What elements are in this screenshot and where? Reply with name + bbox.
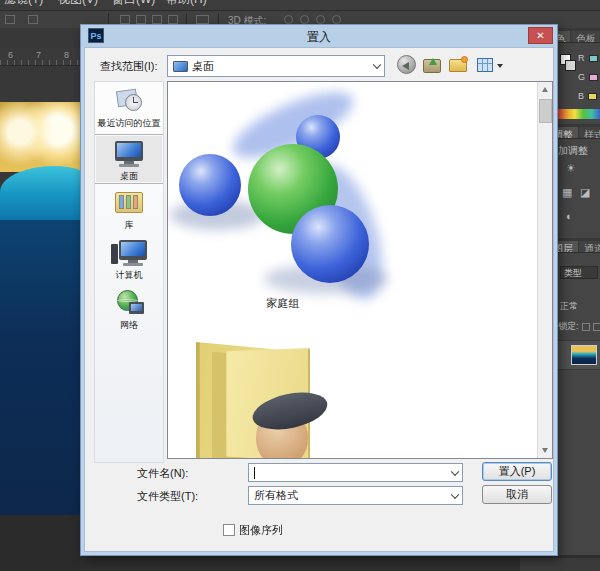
image-sequence-checkbox[interactable]: [223, 524, 235, 536]
lock-all-icon[interactable]: [593, 323, 600, 331]
dialog-title: 置入: [81, 29, 557, 46]
filename-combobox[interactable]: [248, 463, 463, 482]
scroll-up-button[interactable]: [538, 82, 553, 97]
sidebar-item-recent-places[interactable]: 最近访问的位置: [95, 82, 163, 134]
file-item-label: 家庭组: [223, 296, 343, 311]
back-arrow-icon: [402, 62, 409, 70]
image-sequence-label: 图像序列: [239, 523, 283, 538]
red-slider-chip: [589, 55, 598, 62]
menu-help[interactable]: 帮助(H): [166, 0, 207, 8]
place-button[interactable]: 置入(P): [482, 462, 552, 481]
3d-roll-icon[interactable]: [300, 15, 309, 24]
chevron-down-icon: [373, 61, 381, 69]
chevron-down-icon: [451, 490, 459, 498]
foreground-background-swatch-icon[interactable]: [560, 54, 576, 72]
layers-panel-tabs: 图层通道: [558, 238, 600, 253]
lookin-combobox[interactable]: 桌面: [167, 55, 385, 77]
dialog-titlebar[interactable]: Ps 置入 ✕: [81, 25, 557, 47]
sidebar-item-label: 最近访问的位置: [95, 117, 163, 130]
color-spectrum-ramp[interactable]: [558, 109, 600, 119]
sidebar-item-network[interactable]: 网络: [95, 284, 163, 334]
tab-styles[interactable]: 样式: [579, 127, 600, 139]
scroll-up-icon: [542, 87, 548, 92]
blend-mode-select[interactable]: 正常: [560, 300, 578, 313]
filetype-combobox[interactable]: 所有格式: [248, 486, 463, 505]
cancel-button[interactable]: 取消: [482, 485, 552, 504]
file-list-scrollbar[interactable]: [537, 82, 552, 458]
green-slider-chip: [589, 74, 598, 81]
curves-adjustment-icon[interactable]: ◪: [580, 186, 590, 199]
lock-transparency-icon[interactable]: [582, 323, 590, 331]
3d-rotate-icon[interactable]: [284, 15, 293, 24]
canvas-cyan-wave: [0, 166, 80, 226]
right-panels: 色色板 R G B 调整样式 添加调整 ☀ ▦ ◪ ◐ 图层通道 类型 正常 锁…: [558, 28, 600, 555]
file-list[interactable]: 家庭组: [167, 81, 553, 459]
levels-adjustment-icon[interactable]: ▦: [562, 186, 572, 199]
sidebar-item-label: 库: [95, 219, 163, 232]
ruler-tick: 7: [36, 50, 41, 60]
tab-swatches[interactable]: 色板: [571, 31, 600, 43]
canvas-gold-bokeh: [0, 102, 80, 172]
chevron-down-icon: [451, 467, 459, 475]
filetype-value: 所有格式: [254, 489, 298, 501]
sidebar-item-libraries[interactable]: 库: [95, 184, 163, 234]
layer-thumbnail[interactable]: [571, 345, 597, 365]
layer-kind-filter[interactable]: 类型: [560, 266, 598, 279]
blue-slider-row[interactable]: B: [578, 91, 597, 101]
tool-option-icon[interactable]: [28, 15, 38, 24]
align-icon[interactable]: [136, 15, 146, 24]
desktop-mini-icon: [173, 61, 188, 72]
menu-filter[interactable]: 滤镜(T): [4, 0, 43, 8]
menu-window[interactable]: 窗口(W): [112, 0, 155, 8]
close-icon: ✕: [536, 30, 544, 41]
adjust-panel-tabs: 调整样式: [558, 124, 600, 139]
tab-layers[interactable]: 图层: [558, 241, 578, 253]
canvas-navy-area: [0, 220, 80, 515]
ruler-tick: 8: [64, 50, 69, 60]
new-folder-spark-icon: [461, 56, 468, 63]
exposure-adjustment-icon[interactable]: ◐: [566, 210, 573, 222]
align-icon[interactable]: [168, 15, 178, 24]
sidebar-item-label: 计算机: [95, 269, 163, 282]
lookin-value: 桌面: [192, 60, 214, 72]
screen: 滤镜(T) 视图(V) 窗口(W) 帮助(H) 3D 模式: 6 7 8: [0, 0, 600, 571]
3d-pan-icon[interactable]: [316, 15, 325, 24]
view-menu-button[interactable]: [477, 58, 505, 74]
background-layer-row[interactable]: [558, 340, 600, 370]
place-dialog: Ps 置入 ✕ 查找范围(I): 桌面 最近访问的位置: [80, 24, 558, 556]
tab-channels[interactable]: 通道: [579, 241, 600, 253]
green-slider-row[interactable]: G: [578, 72, 598, 82]
tab-color[interactable]: 色: [558, 31, 570, 43]
places-sidebar: 最近访问的位置 桌面 库 计: [94, 81, 164, 463]
align-icon[interactable]: [152, 15, 162, 24]
new-folder-button[interactable]: [449, 59, 467, 72]
red-slider-row[interactable]: R: [578, 53, 598, 63]
recent-places-icon: [111, 86, 147, 116]
scroll-down-button[interactable]: [538, 443, 553, 458]
up-one-level-button[interactable]: [423, 59, 441, 73]
close-button[interactable]: ✕: [528, 27, 553, 44]
sidebar-item-desktop[interactable]: 桌面: [95, 134, 163, 184]
filename-label: 文件名(N):: [137, 466, 188, 481]
sidebar-item-computer[interactable]: 计算机: [95, 234, 163, 284]
sidebar-item-label: 网络: [95, 319, 163, 332]
brightness-adjustment-icon[interactable]: ☀: [566, 162, 576, 175]
file-item-user-folder[interactable]: [190, 340, 340, 459]
tool-option-icon[interactable]: [5, 15, 15, 24]
views-grid-icon: [477, 58, 493, 72]
document-canvas[interactable]: [0, 102, 80, 515]
tab-adjustments[interactable]: 调整: [558, 127, 578, 139]
ruler-marks: [0, 60, 80, 65]
status-bar: [80, 555, 600, 571]
scroll-down-icon: [542, 448, 548, 453]
align-icon[interactable]: [120, 15, 130, 24]
scrollbar-thumb[interactable]: [539, 99, 552, 123]
distribute-icon[interactable]: [196, 15, 209, 24]
blue-slider-chip: [588, 93, 597, 100]
3d-slide-icon[interactable]: [332, 15, 341, 24]
back-button[interactable]: [397, 55, 416, 74]
pasteboard: [0, 515, 80, 571]
menu-view[interactable]: 视图(V): [58, 0, 98, 8]
views-caret-icon: [497, 64, 503, 68]
canvas-area: 6 7 8: [0, 28, 80, 571]
